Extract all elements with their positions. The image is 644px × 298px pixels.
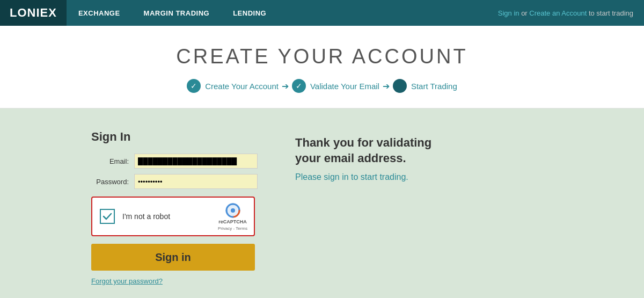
- nav-lending[interactable]: LENDING: [221, 0, 278, 26]
- main-content: Sign In Email: Password: I'm not a robot: [0, 108, 644, 298]
- email-label: Email:: [91, 157, 129, 165]
- email-row: Email:: [91, 154, 274, 169]
- captcha-logo: reCAPTCHA Privacy - Terms: [218, 202, 247, 231]
- validation-title: Thank you for validatingyour email addre…: [295, 135, 553, 166]
- password-label: Password:: [91, 178, 129, 186]
- step1-check-icon: ✓: [187, 79, 201, 93]
- validation-subtitle: Please sign in to start trading.: [295, 172, 553, 182]
- step3-circle-icon: [393, 79, 407, 93]
- step2-label: Validate Your Email: [310, 82, 379, 91]
- right-panel: Thank you for validatingyour email addre…: [295, 130, 553, 285]
- signin-title: Sign In: [91, 130, 274, 144]
- email-input[interactable]: [134, 154, 258, 169]
- step-start-trading: Start Trading: [393, 79, 457, 93]
- logo-text: LONIEX: [10, 6, 57, 20]
- captcha-links: Privacy - Terms: [218, 226, 247, 231]
- recaptcha-icon: [224, 202, 241, 219]
- page-title: CREATE YOUR ACCOUNT: [11, 45, 633, 68]
- step-arrow-1: ➔: [282, 81, 289, 91]
- recaptcha-label: reCAPTCHA: [218, 219, 247, 225]
- nav-suffix-text: to start trading: [589, 9, 633, 17]
- nav-auth: Sign in or Create an Account to start tr…: [498, 9, 644, 17]
- svg-point-1: [231, 208, 235, 213]
- captcha-checkbox[interactable]: [100, 209, 115, 224]
- step-arrow-2: ➔: [383, 81, 390, 91]
- logo: LONIEX: [0, 0, 67, 26]
- nav-margin-trading[interactable]: MARGIN TRADING: [132, 0, 222, 26]
- step1-label: Create Your Account: [205, 82, 279, 91]
- main-inner: Sign In Email: Password: I'm not a robot: [80, 130, 564, 285]
- captcha-terms-link[interactable]: Terms: [236, 226, 247, 231]
- step-create-account: ✓ Create Your Account: [187, 79, 279, 93]
- nav-exchange[interactable]: EXCHANGE: [67, 0, 132, 26]
- password-input[interactable]: [134, 174, 258, 189]
- forgot-password-link[interactable]: Forgot your password?: [91, 277, 274, 285]
- nav-signin-link[interactable]: Sign in: [498, 9, 519, 17]
- signin-button[interactable]: Sign in: [91, 244, 255, 271]
- captcha-checkmark-icon: [103, 212, 112, 221]
- password-row: Password:: [91, 174, 274, 189]
- navbar: LONIEX EXCHANGE MARGIN TRADING LENDING S…: [0, 0, 644, 26]
- nav-or: or: [521, 9, 529, 17]
- nav-create-link[interactable]: Create an Account: [529, 9, 587, 17]
- step-validate-email: ✓ Validate Your Email: [292, 79, 379, 93]
- hero-section: CREATE YOUR ACCOUNT ✓ Create Your Accoun…: [0, 26, 644, 108]
- steps-bar: ✓ Create Your Account ➔ ✓ Validate Your …: [11, 79, 633, 93]
- step3-label: Start Trading: [411, 82, 457, 91]
- step2-check-icon: ✓: [292, 79, 306, 93]
- nav-links: EXCHANGE MARGIN TRADING LENDING: [67, 0, 278, 26]
- captcha-box[interactable]: I'm not a robot reCAPTCHA Privacy: [91, 197, 255, 236]
- signin-panel: Sign In Email: Password: I'm not a robot: [91, 130, 274, 285]
- captcha-privacy-link[interactable]: Privacy: [218, 226, 232, 231]
